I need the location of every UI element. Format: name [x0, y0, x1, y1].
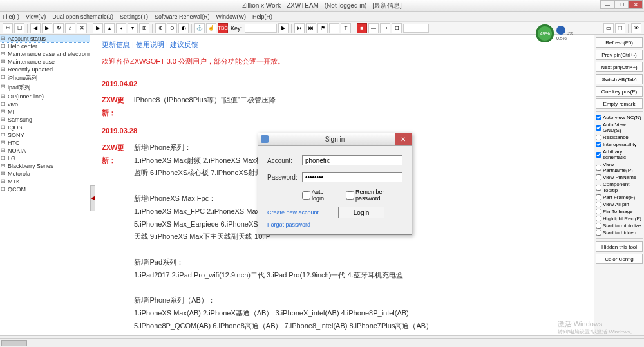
menu-item[interactable]: Dual open schematic(J) — [52, 14, 113, 20]
rpanel-button[interactable]: Next pin(Ctrl++) — [596, 62, 643, 72]
tree-item[interactable]: MTK — [0, 178, 90, 185]
rpanel-button[interactable]: Prev pin(Ctrl+-) — [596, 50, 643, 60]
tool-split-icon[interactable]: ◫ — [615, 23, 625, 33]
tree-item[interactable]: Samsung — [0, 116, 90, 124]
tool-cut-icon[interactable]: ✂ — [3, 23, 13, 33]
tree-item[interactable]: Maintenance case and electronic knowledg — [0, 50, 90, 58]
tree-item[interactable]: IQOS — [0, 124, 90, 131]
rpanel-button[interactable]: Empty remark — [596, 98, 643, 109]
menu-item[interactable]: Window(W) — [216, 14, 246, 20]
rpanel-checkbox[interactable]: Interoperability — [596, 142, 643, 147]
tree-item[interactable]: NOKIA — [0, 147, 90, 155]
globe-icon — [556, 26, 565, 35]
tool-arrow-left-icon[interactable]: ◀ — [30, 23, 41, 33]
tool-gap1-icon[interactable]: — — [368, 23, 379, 33]
tool-veh-icon[interactable]: ⊞ — [139, 23, 149, 33]
minimize-button[interactable]: — — [600, 0, 614, 9]
tool-thumb-icon[interactable]: ☝ — [206, 23, 216, 33]
rpanel-checkbox[interactable]: Start to minimize — [596, 223, 643, 229]
tree-item[interactable]: Motorola — [0, 170, 90, 178]
tool-tbc[interactable]: TBC — [218, 23, 228, 33]
tool-play-icon[interactable]: ▶ — [93, 23, 103, 33]
rpanel-checkbox[interactable]: Part Frame(F) — [596, 194, 643, 200]
menu-item[interactable]: File(F) — [3, 14, 19, 20]
menu-item[interactable]: Help(H) — [252, 14, 272, 20]
rpanel-button[interactable]: Color Config — [596, 254, 643, 264]
rpanel-button[interactable]: One key pos(P) — [596, 86, 643, 97]
create-account-link[interactable]: Create new account — [267, 209, 319, 216]
tree-item[interactable]: Account status — [0, 35, 90, 42]
tool-copy-icon[interactable]: ☐ — [14, 23, 24, 33]
tree-item[interactable]: OP(Inner line) — [0, 93, 90, 100]
tree-item[interactable]: iPhone系列 — [0, 73, 90, 83]
account-input[interactable] — [302, 155, 402, 165]
doc-update-label: ZXW更新： — [102, 94, 134, 120]
tool-home-icon[interactable]: ⌂ — [65, 23, 75, 33]
tree-item[interactable]: HTC — [0, 139, 90, 147]
login-button[interactable]: Login — [338, 207, 384, 218]
tool-down-icon[interactable]: ▾ — [128, 23, 138, 33]
tree-item[interactable]: LG — [0, 155, 90, 162]
tree-item[interactable]: Recently updated — [0, 66, 90, 73]
doc-welcome: 欢迎各位ZXWSOFT 3.0 公测用户，部分功能会逐一开放。 — [102, 55, 582, 68]
close-button[interactable]: ✕ — [629, 0, 643, 9]
tool-close-icon[interactable]: ✕ — [77, 23, 87, 33]
tool-marker-icon[interactable]: ⚑ — [317, 23, 328, 33]
tool-color-swatch[interactable]: ■ — [357, 23, 367, 33]
rpanel-checkbox[interactable]: Component Tooltip — [596, 182, 643, 193]
tool-refresh-icon[interactable]: ↻ — [53, 23, 64, 33]
tool-gap2-icon[interactable]: ⇢ — [380, 23, 390, 33]
tool-minus-icon[interactable]: − — [329, 23, 339, 33]
aux-input[interactable] — [403, 24, 429, 33]
forgot-password-link[interactable]: Forgot password — [267, 221, 310, 228]
maximize-button[interactable]: ☐ — [614, 0, 629, 9]
rpanel-button[interactable]: Refresh(F5) — [596, 37, 643, 48]
tree-item[interactable]: Blackberry Series — [0, 162, 90, 170]
sidebar-collapse-handle[interactable]: ◀ — [90, 185, 95, 211]
rpanel-button[interactable]: Hidden this tool — [596, 241, 643, 252]
auto-login-checkbox[interactable]: Auto login — [302, 189, 333, 202]
tool-left-icon[interactable]: ◂ — [116, 23, 126, 33]
password-input[interactable] — [302, 172, 402, 182]
window-controls: — ☐ ✕ — [600, 0, 643, 9]
menu-item[interactable]: Software Renewal(R) — [155, 14, 210, 20]
tool-anchor-icon[interactable]: ⚓ — [194, 23, 205, 33]
dialog-close-button[interactable]: ✕ — [395, 133, 412, 145]
rpanel-button[interactable]: Switch AB(Tab) — [596, 74, 643, 84]
tool-run-icon[interactable]: ▶ — [278, 23, 289, 33]
tool-gap3-icon[interactable]: ⊞ — [392, 23, 402, 33]
tree-item[interactable]: SONY — [0, 131, 90, 139]
tree-item[interactable]: Maintenance case — [0, 58, 90, 66]
tool-text-icon[interactable]: T — [341, 23, 351, 33]
rpanel-checkbox[interactable]: View PinName — [596, 174, 643, 180]
rpanel-checkbox[interactable]: View PartName(P) — [596, 162, 643, 173]
tree-item[interactable]: ipad系列 — [0, 83, 90, 93]
tree-item[interactable]: vivo — [0, 100, 90, 108]
tool-skip-next-icon[interactable]: ⏭ — [306, 23, 316, 33]
doc-tabs[interactable]: 更新信息 | 使用说明 | 建议反馈 — [102, 39, 582, 52]
tree-item[interactable]: Help center — [0, 42, 90, 50]
tool-view-icon[interactable]: 👁 — [631, 23, 641, 33]
rpanel-checkbox[interactable]: View All pin — [596, 202, 643, 207]
rpanel-checkbox[interactable]: Resistance — [596, 135, 643, 140]
tree-item[interactable]: QCOM — [0, 185, 90, 193]
tool-up-icon[interactable]: ▴ — [104, 23, 115, 33]
tool-window-icon[interactable]: ▭ — [603, 23, 614, 33]
rpanel-checkbox[interactable]: Arbitrary schematic — [596, 149, 643, 160]
tool-arrow-right-icon[interactable]: ▶ — [42, 23, 52, 33]
tool-out-icon[interactable]: ⊖ — [167, 23, 177, 33]
tool-dot-icon[interactable]: ◐ — [178, 23, 189, 33]
rpanel-checkbox[interactable]: Auto View GND(S) — [596, 122, 643, 133]
rpanel-checkbox[interactable]: Highlight Rect(F) — [596, 216, 643, 221]
tree-item[interactable]: MI — [0, 108, 90, 116]
remember-password-checkbox[interactable]: Remember password — [346, 189, 402, 202]
badge-stats: 8%0.5% — [556, 26, 573, 42]
rpanel-checkbox[interactable]: Pin To Image — [596, 209, 643, 214]
menu-item[interactable]: View(V) — [26, 14, 46, 20]
rpanel-checkbox[interactable]: Auto view NC(N) — [596, 115, 643, 120]
tool-skip-prev-icon[interactable]: ⏮ — [294, 23, 305, 33]
key-input[interactable] — [245, 24, 277, 33]
tool-in-icon[interactable]: ⊕ — [155, 23, 166, 33]
rpanel-checkbox[interactable]: Start to hidden — [596, 230, 643, 236]
menu-item[interactable]: Settings(T) — [120, 14, 148, 20]
